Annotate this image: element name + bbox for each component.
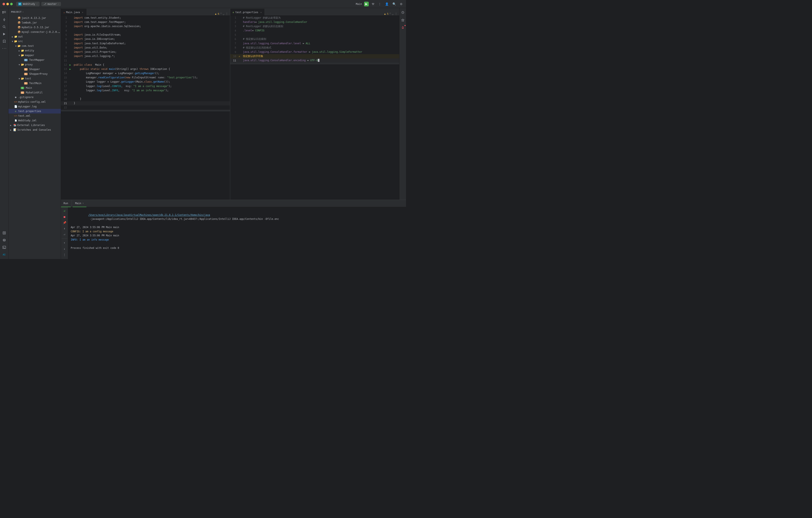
sidebar-item-Main[interactable]: C Main	[8, 86, 61, 90]
tab-main-java[interactable]: ☕ Main.java ×	[61, 9, 86, 16]
activity-terminal-icon[interactable]	[1, 244, 7, 251]
activity-bookmark-icon[interactable]	[1, 38, 7, 45]
sidebar-item-test-properties[interactable]: ⚙ test.properties	[8, 109, 61, 114]
code-line-21: 21 }	[61, 101, 230, 106]
sidebar-item-label: junit-4.13.2.jar	[22, 17, 46, 20]
sidebar-item-scratches[interactable]: ▶ 📝 Scratches and Consoles	[8, 127, 61, 132]
activity-more-icon[interactable]: ···	[1, 45, 7, 52]
pin-button[interactable]: 📌	[62, 220, 67, 225]
sidebar-item-junit[interactable]: 📦 junit-4.13.2.jar	[8, 16, 61, 20]
line-number: 11	[61, 58, 69, 63]
class-icon: C	[24, 73, 28, 75]
sidebar-item-Shopper[interactable]: C Shopper	[8, 67, 61, 71]
sidebar-item-entity[interactable]: ▶ 📁 entity	[8, 48, 61, 53]
scroll-down-icon[interactable]: ⌄	[223, 12, 225, 16]
sidebar-item-gitignore[interactable]: ● .gitignore	[8, 95, 61, 99]
sidebar-item-mysql-jar[interactable]: 📦 mysql-connector-j-8.2.0.jar	[8, 30, 61, 34]
settings-button[interactable]: ⚙	[399, 2, 403, 6]
scroll-up-icon[interactable]: ⌃	[220, 12, 222, 16]
scroll-up-icon[interactable]: ⌃	[389, 12, 391, 16]
bottom-panel: Run Main × ↺ ■ 📌 ⬇ ⏎	[61, 200, 406, 259]
right-sidebar-ai-icon[interactable]	[400, 17, 406, 23]
more-actions-icon[interactable]: ⋮	[225, 12, 228, 16]
minimize-window-button[interactable]	[6, 3, 9, 5]
right-sidebar-history-icon[interactable]	[400, 9, 406, 16]
code-editor-left[interactable]: 1 import com.test.entity.Student; 2 impo…	[61, 16, 230, 200]
tab-test-properties[interactable]: ⚙ test.properties ×	[230, 9, 264, 16]
sidebar-item-com-test[interactable]: ▼ 📂 com.test	[8, 44, 61, 48]
sidebar-item-label: TestMapper	[29, 58, 45, 61]
branch-selector[interactable]: ⎇ master ▾	[41, 2, 61, 6]
tree-arrow-com-test: ▼	[14, 45, 18, 47]
wrap-button[interactable]: ⏎	[62, 232, 67, 237]
sidebar-item-proxy[interactable]: ▼ 📂 proxy	[8, 62, 61, 67]
run-gutter-icon[interactable]: ▶	[69, 68, 71, 70]
sidebar-item-lombok[interactable]: 📦 lombok.jar	[8, 20, 61, 25]
sidebar-item-TestMapper[interactable]: I TestMapper	[8, 58, 61, 62]
main-tab[interactable]: Main ×	[72, 200, 86, 207]
activity-run-icon[interactable]	[1, 31, 7, 37]
sidebar-item-label: mybatis-3.5.13.jar	[22, 26, 49, 29]
down-arrow-button[interactable]: ↓	[62, 246, 67, 251]
code-editor-right[interactable]: 1 # RootLogger 的默认处理器为 2 handlers= java.…	[230, 16, 399, 200]
gitignore-icon: ●	[14, 96, 18, 99]
more-actions-icon[interactable]: ⋮	[395, 12, 398, 16]
activity-database-icon[interactable]	[1, 237, 7, 243]
run-tab[interactable]: Run	[61, 200, 71, 207]
line-number: 18	[61, 88, 69, 92]
activity-ai-icon[interactable]: AI	[1, 251, 7, 258]
sidebar-item-ShopperProxy[interactable]: C ShopperProxy	[8, 71, 61, 76]
run-button[interactable]: ▶	[364, 2, 369, 6]
close-tab-button[interactable]: ×	[82, 11, 83, 13]
sidebar-item-mapper[interactable]: ▼ 📂 mapper	[8, 53, 61, 58]
line-content	[73, 58, 230, 63]
sidebar-item-src[interactable]: ▼ 📂 src	[8, 39, 61, 44]
sidebar-item-external-libraries[interactable]: ▶ 📚 External Libraries	[8, 123, 61, 127]
stop-button[interactable]: ■	[62, 214, 67, 219]
search-button[interactable]: 🔍	[392, 2, 397, 6]
sidebar-item-label: Main	[26, 86, 32, 89]
sidebar-item-out[interactable]: ▶ 📁 out	[8, 34, 61, 39]
activity-project-icon[interactable]	[1, 9, 7, 16]
sidebar-item-mybatis-jar[interactable]: 📦 mybatis-3.5.13.jar	[8, 25, 61, 30]
console-more-button[interactable]: ⋮	[62, 252, 67, 257]
up-arrow-button[interactable]: ↑	[62, 240, 67, 245]
right-sidebar-notifications-icon[interactable]	[400, 25, 406, 31]
activity-search-icon[interactable]	[1, 24, 7, 30]
sidebar-item-myLogger[interactable]: 📄 myLogger.log	[8, 104, 61, 109]
line-content: }	[73, 97, 230, 101]
line-content: LogManager manager = LogManager.getLogMa…	[73, 71, 230, 76]
sidebar-item-TestMain[interactable]: C TestMain	[8, 81, 61, 86]
warning-count-right: ▲ 5	[384, 12, 388, 15]
close-run-tab-button[interactable]: ×	[83, 202, 84, 204]
xml-icon: </>	[14, 101, 18, 103]
line-number: 3	[230, 24, 239, 28]
sidebar-item-text-xml[interactable]: </> text.xml	[8, 114, 61, 118]
class-icon: C	[24, 68, 28, 70]
build-button[interactable]: ⚒	[371, 2, 375, 6]
horizontal-scrollbar[interactable]	[61, 110, 230, 111]
code-line-4: 4	[61, 29, 230, 33]
scroll-down-console-button[interactable]: ⬇	[62, 226, 67, 231]
activity-vcs-icon[interactable]	[1, 17, 7, 23]
tree-arrow-mapper: ▼	[18, 54, 21, 57]
profile-button[interactable]: 👤	[384, 2, 389, 6]
sidebar-item-test-folder[interactable]: ▼ 📂 test	[8, 76, 61, 81]
sidebar-item-mybatis-config[interactable]: </> mybatis-config.xml	[8, 99, 61, 104]
sidebar-item-label: myLogger.log	[18, 105, 37, 108]
more-button[interactable]: ⋮	[377, 2, 382, 6]
java-path[interactable]: /Users/eve/Library/Java/JavaVirtualMachi…	[88, 213, 210, 217]
sidebar-item-WebStudy-iml[interactable]: 📄 WebStudy.iml	[8, 118, 61, 123]
rerun-button[interactable]: ↺	[62, 208, 67, 213]
close-tab-button[interactable]: ×	[260, 11, 262, 13]
app-title[interactable]: WS WebStudy ▾	[16, 2, 39, 6]
maximize-window-button[interactable]	[10, 3, 13, 5]
scroll-down-icon[interactable]: ⌄	[392, 12, 394, 16]
horizontal-scrollbar[interactable]	[230, 63, 399, 64]
code-line-3: 3 import org.apache.ibatis.session.SqlSe…	[61, 24, 230, 28]
svg-rect-1	[4, 11, 6, 12]
activity-problems-icon[interactable]	[1, 230, 7, 236]
close-window-button[interactable]	[3, 3, 5, 5]
run-gutter-icon[interactable]: ▶	[69, 63, 71, 66]
sidebar-item-MybatisUtil[interactable]: C MybatisUtil	[8, 90, 61, 95]
